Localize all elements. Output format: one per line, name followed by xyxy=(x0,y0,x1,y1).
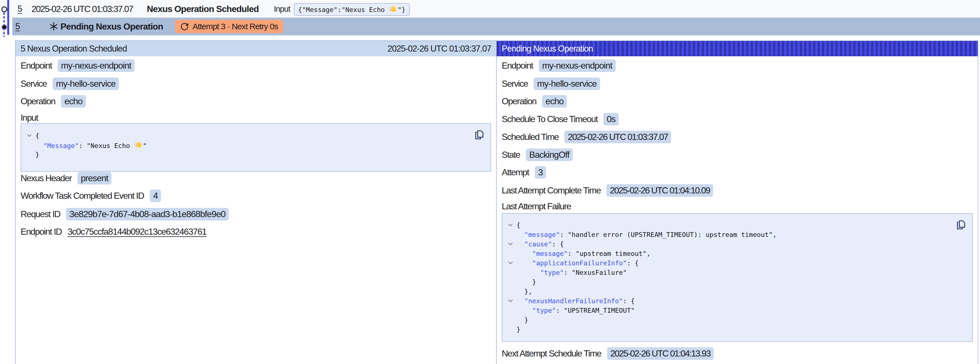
code-line: "cause": { xyxy=(502,239,972,249)
code-line: } xyxy=(502,325,972,334)
expand-chevron-icon[interactable] xyxy=(27,134,32,137)
field-label: Endpoint ID xyxy=(21,227,62,237)
copy-button[interactable] xyxy=(474,129,485,141)
field-input: Input xyxy=(21,112,38,124)
copy-icon xyxy=(474,129,484,140)
event-title: Nexus Operation Scheduled xyxy=(147,4,259,14)
field-operation: Operation echo xyxy=(21,95,86,107)
code-line: } xyxy=(502,315,972,325)
field-label: Endpoint xyxy=(21,61,52,71)
retry-badge-text: Attempt 3 · Next Retry 0s xyxy=(192,22,278,31)
retry-refresh-icon xyxy=(180,22,189,31)
field-value-badge: BackingOff xyxy=(526,148,573,161)
field-label: Service xyxy=(21,78,47,89)
code-line: }, xyxy=(502,287,972,296)
field-label: Last Attempt Failure xyxy=(502,201,571,212)
field-label: Schedule To Close Timeout xyxy=(502,114,598,124)
field-value-badge: echo xyxy=(61,95,86,108)
code-line: { xyxy=(21,131,490,140)
field-label: Scheduled Time xyxy=(502,132,558,142)
event-row-pending[interactable]: 5 Pending Nexus Operation Attempt 3 · Ne… xyxy=(12,18,980,35)
field-endpoint: Endpoint my-nexus-endpoint xyxy=(21,59,135,72)
expand-chevron-icon[interactable] xyxy=(508,224,513,227)
code-line: "message": "handler error (UPSTREAM_TIME… xyxy=(502,230,972,239)
field-last-attempt-failure: Last Attempt Failure xyxy=(502,200,571,212)
field-value-badge: 2025-02-26 UTC 01:04:10.09 xyxy=(606,184,713,197)
field-label: Nexus Header xyxy=(21,173,72,184)
field-request-id: Request ID 3e829b7e-7d67-4b08-aad3-b1e86… xyxy=(21,208,229,220)
field-schedule-to-close-timeout: Schedule To Close Timeout 0s xyxy=(502,113,619,125)
field-label: Endpoint xyxy=(502,61,533,71)
field-value-badge: my-hello-service xyxy=(534,77,600,90)
event-marker-scheduled-icon[interactable] xyxy=(2,6,7,12)
code-line: } xyxy=(502,277,972,287)
pending-id-link[interactable]: 5 xyxy=(15,21,20,32)
timeline-active-bar xyxy=(7,0,9,35)
field-attempt: Attempt 3 xyxy=(502,166,546,178)
field-value-badge: my-nexus-endpoint xyxy=(539,59,616,72)
waving-hand-emoji xyxy=(388,5,398,14)
code-line: "nexusHandlerFailureInfo": { xyxy=(502,296,972,306)
field-value-badge: 3e829b7e-7d67-4b08-aad3-b1e868bfe9e0 xyxy=(66,208,229,220)
pending-title: Pending Nexus Operation xyxy=(60,21,163,32)
field-value-badge: my-hello-service xyxy=(52,77,119,90)
field-nexus-header: Nexus Header present xyxy=(21,172,111,184)
event-input-preview-chip[interactable]: {"Message":"Nexus Echo "} xyxy=(294,3,410,16)
copy-icon xyxy=(956,220,966,230)
event-input-label: Input xyxy=(274,5,290,14)
code-line: "type": "UPSTREAM_TIMEOUT" xyxy=(502,306,972,315)
field-value-badge: my-nexus-endpoint xyxy=(58,59,135,72)
field-task-completed-event-id: Workflow Task Completed Event ID 4 xyxy=(21,190,161,202)
left-panel-header: 5 Nexus Operation Scheduled 2025-02-26 U… xyxy=(16,41,496,56)
field-label: Operation xyxy=(21,96,55,107)
field-value-badge: 3 xyxy=(535,166,546,179)
event-timestamp: 2025-02-26 UTC 01:03:37.07 xyxy=(32,4,133,14)
field-state: State BackingOff xyxy=(502,148,573,161)
field-label: Next Attempt Schedule Time xyxy=(502,348,601,359)
event-row-scheduled[interactable]: 5 2025-02-26 UTC 01:03:37.07 Nexus Opera… xyxy=(12,0,980,17)
field-last-attempt-complete-time: Last Attempt Complete Time 2025-02-26 UT… xyxy=(502,184,713,196)
field-scheduled-time: Scheduled Time 2025-02-26 UTC 01:03:37.0… xyxy=(502,131,671,143)
left-panel-timestamp: 2025-02-26 UTC 01:03:37.07 xyxy=(388,44,491,54)
input-code-block: { "Message": "Nexus Echo "} xyxy=(21,123,491,172)
field-next-attempt-schedule-time: Next Attempt Schedule Time 2025-02-26 UT… xyxy=(502,347,714,359)
panel-pending-nexus-operation: Pending Nexus Operation Endpoint my-nexu… xyxy=(496,40,978,364)
event-marker-pending-icon[interactable] xyxy=(2,24,7,30)
copy-button[interactable] xyxy=(955,220,966,231)
code-line: "message": "upstream timeout", xyxy=(502,249,972,259)
field-value-badge: 2025-02-26 UTC 01:03:37.07 xyxy=(565,131,671,143)
field-label: Last Attempt Complete Time xyxy=(502,185,601,196)
left-panel-title: 5 Nexus Operation Scheduled xyxy=(21,44,127,54)
field-label: Request ID xyxy=(21,209,60,219)
code-line: } xyxy=(21,150,490,160)
code-line: { xyxy=(502,220,972,230)
right-panel-title: Pending Nexus Operation xyxy=(502,44,593,54)
field-endpoint: Endpoint my-nexus-endpoint xyxy=(502,59,616,72)
field-label: Operation xyxy=(502,96,536,107)
waving-hand-emoji xyxy=(134,140,143,149)
code-line: "type": "NexusFailure" xyxy=(502,268,972,277)
field-value-badge: present xyxy=(78,172,111,185)
code-line: "Message": "Nexus Echo " xyxy=(21,140,490,150)
failure-code-block: { "message": "handler error (UPSTREAM_TI… xyxy=(502,213,973,342)
field-label: Service xyxy=(502,78,528,89)
field-label: Workflow Task Completed Event ID xyxy=(21,191,144,201)
field-service: Service my-hello-service xyxy=(21,77,119,90)
retry-badge: Attempt 3 · Next Retry 0s xyxy=(175,20,283,33)
field-label: Attempt xyxy=(502,167,529,177)
expand-chevron-icon[interactable] xyxy=(508,299,513,302)
field-value-badge: 0s xyxy=(603,113,619,125)
field-value-badge: echo xyxy=(542,95,567,108)
expand-chevron-icon[interactable] xyxy=(508,243,513,246)
field-value-badge: 2025-02-26 UTC 01:04:13.93 xyxy=(607,347,714,360)
code-line: "applicationFailureInfo": { xyxy=(502,259,972,268)
pending-asterisk-icon xyxy=(49,22,58,31)
expand-chevron-icon[interactable] xyxy=(508,262,513,265)
field-service: Service my-hello-service xyxy=(502,77,600,90)
field-value-badge: 4 xyxy=(150,190,161,202)
endpoint-id-link[interactable]: 3c0c75ccfa8144b092c13ce632463761 xyxy=(67,227,207,237)
event-id-link[interactable]: 5 xyxy=(18,4,22,14)
field-label: Input xyxy=(21,113,38,123)
field-label: State xyxy=(502,150,520,160)
field-endpoint-id: Endpoint ID 3c0c75ccfa8144b092c13ce63246… xyxy=(21,225,207,238)
